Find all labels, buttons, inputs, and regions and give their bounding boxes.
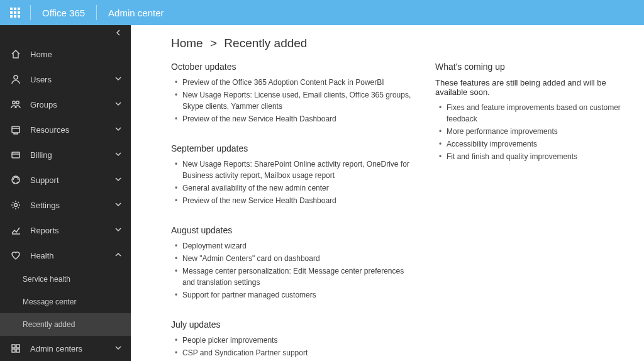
section-title: September updates (171, 143, 416, 153)
breadcrumb-current: Recently added (224, 36, 307, 50)
sidebar-subitem-recently-added[interactable]: Recently added (0, 313, 131, 336)
update-item: People picker improvements (182, 335, 416, 346)
update-item: New "Admin Centers" card on dashboard (182, 253, 416, 264)
settings-icon (9, 200, 23, 210)
update-item: Support for partner managed customers (182, 289, 416, 301)
update-section: September updatesNew Usage Reports: Shar… (171, 143, 416, 206)
update-item: CSP and Syndication Partner support (182, 347, 416, 358)
svg-rect-12 (12, 126, 19, 133)
billing-icon (9, 150, 23, 160)
breadcrumb: Home > Recently added (131, 25, 644, 62)
breadcrumb-separator: > (210, 36, 217, 50)
sidebar-item-label: Reports (30, 226, 114, 235)
sidebar-item-home[interactable]: Home (0, 42, 131, 67)
chevron-down-icon (114, 75, 122, 84)
section-title: July updates (171, 319, 416, 330)
svg-rect-18 (12, 349, 15, 352)
update-section: October updatesPreview of the Office 365… (171, 62, 416, 125)
aside-title: What's coming up (435, 62, 631, 72)
sidebar-item-label: Users (30, 75, 114, 84)
sidebar-item-label: Support (30, 175, 114, 185)
chevron-down-icon (114, 175, 122, 185)
sidebar-item-reports[interactable]: Reports (0, 218, 131, 243)
update-section: July updatesPeople picker improvementsCS… (171, 319, 416, 361)
update-item: Preview of the new Service Health Dashbo… (182, 113, 416, 125)
svg-point-11 (16, 101, 19, 104)
sidebar-item-label: Billing (30, 150, 114, 160)
chevron-down-icon (114, 226, 122, 235)
sidebar-item-users[interactable]: Users (0, 67, 131, 92)
svg-rect-1 (14, 8, 16, 10)
aside-lead: These features are still being added and… (435, 78, 631, 97)
coming-item: Fit and finish and quality improvements (447, 151, 631, 162)
update-item: Preview of the Office 365 Adoption Conte… (182, 77, 416, 88)
sidebar-subitem-message-center[interactable]: Message center (0, 291, 131, 313)
sidebar-item-label: Settings (30, 201, 114, 210)
updates-column: October updatesPreview of the Office 365… (171, 62, 429, 361)
sidebar-item-support[interactable]: Support (0, 167, 131, 192)
home-icon (9, 49, 23, 59)
update-item: New Usage Reports: SharePoint Online act… (182, 158, 416, 181)
svg-point-10 (13, 101, 15, 104)
sidebar-item-admin-centers[interactable]: Admin centers (0, 336, 131, 361)
coming-item: Fixes and feature improvements based on … (447, 102, 631, 125)
chevron-down-icon (114, 100, 122, 109)
svg-rect-3 (10, 11, 13, 14)
section-title: October updates (171, 62, 416, 72)
chevron-down-icon (114, 125, 122, 135)
main-content: Home > Recently added October updatesPre… (131, 25, 644, 361)
chevron-up-icon (114, 251, 122, 260)
chevron-down-icon (114, 201, 122, 210)
resource-icon (9, 125, 23, 135)
svg-rect-16 (12, 345, 15, 348)
chevron-down-icon (114, 344, 122, 353)
section-title: August updates (171, 225, 416, 235)
app-launcher-button[interactable] (0, 0, 30, 25)
svg-rect-6 (10, 15, 13, 18)
sidebar-item-label: Health (30, 251, 114, 260)
sidebar-item-label: Resources (30, 125, 114, 135)
chevron-down-icon (114, 150, 122, 160)
svg-rect-5 (18, 11, 20, 14)
sidebar-item-groups[interactable]: Groups (0, 92, 131, 117)
svg-rect-7 (14, 15, 16, 18)
sidebar: HomeUsersGroupsResourcesBillingSupportSe… (0, 25, 131, 361)
svg-rect-0 (10, 8, 13, 10)
sidebar-collapse-button[interactable] (0, 25, 131, 42)
update-section: August updatesDeployment wizardNew "Admi… (171, 225, 416, 301)
svg-rect-17 (16, 345, 19, 348)
sidebar-item-label: Admin centers (30, 344, 114, 353)
svg-rect-8 (18, 15, 20, 18)
svg-point-9 (14, 75, 18, 79)
admin-icon (9, 343, 23, 353)
top-bar: Office 365 Admin center (0, 0, 644, 25)
health-icon (9, 250, 23, 260)
whats-coming-column: What's coming up These features are stil… (429, 62, 631, 361)
sidebar-item-settings[interactable]: Settings (0, 192, 131, 218)
coming-item: More performance improvements (447, 126, 631, 137)
update-item: General availability of the new admin ce… (182, 182, 416, 194)
sidebar-item-label: Groups (30, 100, 114, 109)
chevron-left-icon (114, 28, 122, 39)
sidebar-subitem-service-health[interactable]: Service health (0, 268, 131, 291)
update-item: Deployment wizard (182, 240, 416, 252)
svg-point-15 (14, 204, 18, 207)
brand-label[interactable]: Office 365 (31, 0, 96, 25)
sidebar-item-label: Home (30, 50, 122, 59)
app-title: Admin center (97, 8, 175, 18)
update-item: New Usage Reports: License used, Email c… (182, 89, 416, 112)
sidebar-item-resources[interactable]: Resources (0, 117, 131, 142)
sidebar-item-health[interactable]: Health (0, 243, 131, 268)
coming-item: Accessibility improvements (447, 138, 631, 150)
breadcrumb-root[interactable]: Home (171, 36, 203, 50)
group-icon (9, 99, 23, 109)
update-item: Message center personalization: Edit Mes… (182, 265, 416, 288)
update-item: Preview of the new Service Health Dashbo… (182, 195, 416, 206)
svg-rect-2 (18, 8, 20, 10)
svg-rect-4 (14, 11, 16, 14)
waffle-icon (10, 8, 20, 18)
user-icon (9, 74, 23, 84)
svg-rect-19 (16, 349, 19, 352)
sidebar-item-billing[interactable]: Billing (0, 142, 131, 167)
support-icon (9, 175, 23, 185)
